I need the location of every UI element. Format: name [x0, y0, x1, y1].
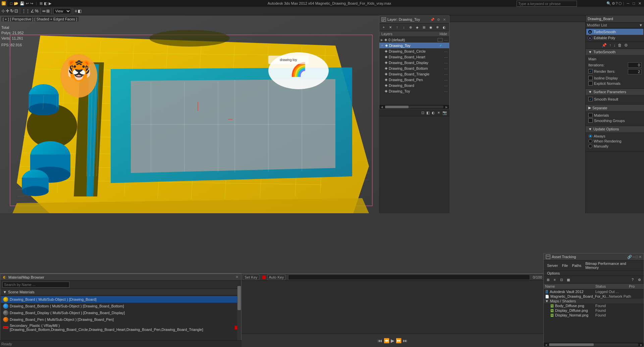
- toolbar-icon-open[interactable]: 📂: [14, 1, 18, 6]
- layer-item-0-default[interactable]: ▶ ◈ 0 (default) ---: [379, 37, 449, 43]
- asset-row-file[interactable]: 📄 Magnetic_Drawing_Board_For_Ki... Netwo…: [544, 294, 644, 299]
- material-item-secondary[interactable]: Secondary_Plastic ( VRayMtl ) [Drawing_B…: [1, 323, 240, 332]
- when-rendering-radio[interactable]: [588, 139, 592, 143]
- rotate-tool[interactable]: ↻: [10, 8, 14, 13]
- tools-icon[interactable]: ⚙: [612, 1, 615, 6]
- layer-delete-btn[interactable]: ✕: [387, 24, 393, 30]
- layer-panel-pin[interactable]: 📌: [430, 17, 435, 22]
- asset-panel-link-btn[interactable]: 🔗: [627, 255, 632, 259]
- asset-row-body-diffuse[interactable]: 🖼 Body_Diffuse.png Found: [544, 303, 644, 308]
- snap-toggle[interactable]: ⋮⋮: [22, 9, 30, 13]
- mod-tool-delete[interactable]: 🗑: [617, 43, 623, 48]
- search-icon[interactable]: 🔍: [606, 1, 611, 6]
- asset-menu-paths[interactable]: Paths: [570, 263, 583, 268]
- layer-item-circle[interactable]: ◈ Drawing_Board_Circle ---: [383, 48, 449, 54]
- asset-tool-4[interactable]: ▦: [565, 277, 571, 283]
- materials-checkbox[interactable]: [588, 113, 593, 117]
- asset-row-vault[interactable]: 🗄 Autodesk Vault 2012 Logged Out ...: [544, 289, 644, 294]
- reference-coord[interactable]: View World Local: [53, 8, 71, 14]
- layer-mgr[interactable]: ≡: [75, 9, 77, 13]
- layer-render-btn[interactable]: ◐: [441, 24, 447, 30]
- explicit-normals-checkbox[interactable]: [588, 81, 593, 85]
- rollout-separate-header[interactable]: ▶ Separate: [586, 105, 644, 111]
- layer-move-up-btn[interactable]: ↑: [394, 24, 400, 30]
- v-scroll-thumb[interactable]: [237, 286, 241, 310]
- rollout-surface-header[interactable]: ▼ Surface Parameters: [586, 89, 644, 95]
- asset-panel-close-btn[interactable]: ✕: [639, 255, 642, 259]
- asset-tool-2[interactable]: ≡: [552, 277, 558, 283]
- scale-tool[interactable]: ⊡: [14, 8, 18, 13]
- play-btn-play[interactable]: ▶: [391, 338, 394, 343]
- layer-item-toy[interactable]: ◈ Drawing_Toy ---: [383, 88, 449, 94]
- top-search-input[interactable]: [517, 1, 577, 7]
- layer-item-triangle[interactable]: ◈ Drawing_Board_Triangle ---: [383, 71, 449, 77]
- scene-explorer[interactable]: ◧: [78, 9, 82, 13]
- help-icon[interactable]: ?: [616, 1, 618, 5]
- asset-help-btn[interactable]: ?: [630, 277, 636, 283]
- modifier-turbosomooth[interactable]: ● TurboSmooth: [586, 29, 643, 35]
- percent-snap[interactable]: %: [35, 9, 39, 13]
- asset-menu-options[interactable]: Options: [545, 271, 562, 276]
- iterations-input[interactable]: [628, 62, 641, 68]
- win-maximize[interactable]: □: [631, 1, 636, 5]
- vp-camera-btn[interactable]: 📷: [441, 110, 448, 115]
- asset-tool-1[interactable]: ⊞: [545, 277, 551, 283]
- play-btn-prev-frame[interactable]: ⏪: [384, 338, 389, 343]
- mirror-tool[interactable]: ⇔: [42, 9, 46, 13]
- win-close[interactable]: ✕: [637, 1, 643, 6]
- layer-item-heart[interactable]: ◈ Drawing_Board_Heart ---: [383, 54, 449, 60]
- material-item-drawing-board[interactable]: Drawing_Board ( Multi/Sub-Object ) [Draw…: [1, 296, 240, 303]
- select-tool[interactable]: ⊹: [1, 8, 5, 13]
- asset-row-maps[interactable]: ▼ Maps / Shaders: [544, 299, 644, 303]
- asset-panel-maximize-btn[interactable]: □: [636, 255, 638, 259]
- manually-radio[interactable]: [588, 144, 592, 148]
- smooth-result-checkbox[interactable]: ✓: [588, 97, 593, 101]
- layer-item-drawing-toy[interactable]: ▼ ◈ Drawing_Toy ✓ ---: [379, 43, 449, 48]
- layer-move-down-btn[interactable]: ↓: [401, 24, 407, 30]
- play-btn-go-start[interactable]: ⏮: [378, 338, 382, 343]
- viewport-3d[interactable]: [ + ] [ Perspective ] [ Shaded + Edged F…: [0, 15, 379, 213]
- array-tool[interactable]: ⊞: [46, 9, 50, 13]
- timeline-set-key[interactable]: Set Key: [243, 275, 259, 280]
- material-item-pen-mat[interactable]: Drawing_Board_Pen ( Multi/Sub-Object ) […: [1, 316, 240, 323]
- modifier-editable-poly[interactable]: ● Editable Poly: [586, 35, 643, 41]
- toolbar-icon-redo[interactable]: ↪: [30, 1, 33, 6]
- layer-item-board[interactable]: ◈ Drawing_Board ---: [383, 82, 449, 88]
- material-panel-close-btn[interactable]: ✕: [235, 275, 238, 279]
- layer-highlight-btn[interactable]: ◉: [428, 24, 434, 30]
- mod-tool-settings[interactable]: ⚙: [623, 43, 629, 48]
- asset-panel-minimize-btn[interactable]: ─: [633, 255, 635, 259]
- timeline-key-mode-toggle[interactable]: [262, 275, 266, 279]
- vp-lighting-btn[interactable]: ☀: [436, 110, 441, 115]
- play-btn-next-frame[interactable]: ⏩: [396, 338, 401, 343]
- vp-layout-btn[interactable]: ◧: [425, 110, 431, 115]
- layer-scroll-thumb[interactable]: [385, 106, 409, 108]
- asset-menu-file[interactable]: File: [560, 263, 570, 268]
- layer-panel-close[interactable]: ✕: [442, 17, 447, 22]
- asset-hscroll-thumb[interactable]: [549, 343, 594, 346]
- vp-shading-btn[interactable]: ◐: [431, 110, 436, 115]
- asset-row-display-diffuse[interactable]: 🖼 Display_Diffuse.png Found: [544, 308, 644, 313]
- smoothing-groups-checkbox[interactable]: [588, 118, 593, 123]
- toolbar-icon-new[interactable]: □: [10, 1, 12, 5]
- layer-vis-0[interactable]: [437, 38, 443, 42]
- toolbar-icon-vis[interactable]: ◧: [44, 1, 47, 6]
- material-vscrollbar[interactable]: [237, 286, 241, 347]
- material-item-display-mat[interactable]: Drawing_Board_Display ( Multi/Sub-Object…: [1, 309, 240, 316]
- layer-hscrollbar[interactable]: ◄ ►: [379, 105, 449, 109]
- move-tool[interactable]: ✛: [6, 8, 9, 13]
- timeline-auto-key[interactable]: Auto Key: [267, 275, 286, 280]
- toolbar-icon-ref[interactable]: ⊞: [40, 1, 43, 6]
- mod-tool-pin[interactable]: 📌: [601, 43, 608, 48]
- rollout-update-header[interactable]: ▼ Update Options: [586, 126, 644, 132]
- scene-materials-expand[interactable]: ▼: [3, 290, 7, 294]
- toolbar-icon-undo[interactable]: ↩: [26, 1, 29, 6]
- layer-add-btn[interactable]: +: [381, 24, 387, 30]
- layer-item-display[interactable]: ◈ Drawing_Board_Display ---: [383, 60, 449, 65]
- toolbar-icon-save[interactable]: 💾: [20, 1, 24, 6]
- asset-hscrollbar[interactable]: ◄ ►: [544, 343, 644, 347]
- layer-select-btn[interactable]: ◈: [414, 24, 420, 30]
- layer-freeze-btn[interactable]: ❄: [434, 24, 440, 30]
- asset-menu-server[interactable]: Server: [545, 263, 560, 268]
- material-item-bottom[interactable]: Drawing_Board_Bottom ( Multi/Sub-Object …: [1, 303, 240, 309]
